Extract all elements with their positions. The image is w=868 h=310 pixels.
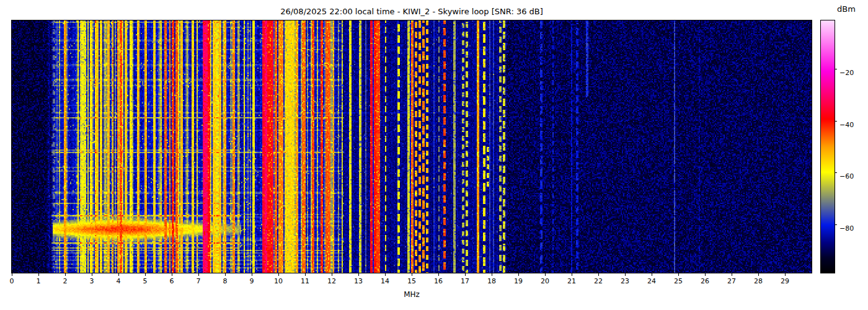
colorbar-tick-mark <box>835 172 837 173</box>
x-tick-label: 15 <box>403 277 420 285</box>
x-tick-mark <box>198 273 199 276</box>
x-tick-label: 21 <box>563 277 580 285</box>
colorbar-tick-mark <box>835 69 837 69</box>
x-tick-label: 26 <box>696 277 714 285</box>
colorbar-tick-label: −20 <box>839 69 854 77</box>
colorbar-tick-mark <box>835 224 837 225</box>
x-tick-mark <box>678 273 679 276</box>
x-tick-label: 29 <box>776 277 794 285</box>
colorbar-tick-mark <box>835 121 837 122</box>
x-tick-mark <box>732 273 732 276</box>
x-tick-label: 5 <box>136 277 154 285</box>
x-tick-label: 6 <box>163 277 180 285</box>
x-tick-label: 1 <box>30 277 47 285</box>
plot-title: 26/08/2025 22:00 local time - KIWI_2 - S… <box>12 7 812 16</box>
x-tick-mark <box>65 273 66 276</box>
x-tick-label: 7 <box>190 277 207 285</box>
x-tick-label: 22 <box>590 277 607 285</box>
colorbar-axis: −20−40−60−80 <box>835 20 866 273</box>
x-tick-label: 12 <box>323 277 340 285</box>
x-tick-mark <box>625 273 626 276</box>
x-tick-label: 28 <box>750 277 767 285</box>
x-tick-mark <box>572 273 572 276</box>
x-tick-mark <box>332 273 332 276</box>
x-tick-label: 9 <box>243 277 260 285</box>
x-tick-mark <box>145 273 146 276</box>
colorbar-canvas <box>821 20 835 273</box>
x-tick-label: 17 <box>456 277 474 285</box>
x-tick-label: 19 <box>510 277 527 285</box>
x-tick-mark <box>38 273 39 276</box>
x-tick-mark <box>518 273 519 276</box>
x-tick-label: 18 <box>483 277 500 285</box>
x-tick-mark <box>465 273 466 276</box>
x-tick-mark <box>92 273 92 276</box>
x-tick-label: 4 <box>110 277 127 285</box>
x-tick-label: 16 <box>430 277 447 285</box>
x-tick-mark <box>252 273 252 276</box>
x-tick-mark <box>652 273 652 276</box>
x-tick-mark <box>385 273 386 276</box>
x-tick-mark <box>785 273 786 276</box>
x-tick-label: 27 <box>723 277 740 285</box>
x-tick-label: 23 <box>616 277 634 285</box>
x-tick-label: 3 <box>83 277 100 285</box>
x-tick-label: 25 <box>670 277 687 285</box>
x-tick-mark <box>758 273 759 276</box>
x-tick-mark <box>412 273 412 276</box>
x-axis-label: MHz <box>12 290 812 299</box>
x-tick-mark <box>492 273 492 276</box>
colorbar-tick-label: −40 <box>839 121 854 129</box>
x-tick-label: 10 <box>270 277 287 285</box>
x-tick-label: 13 <box>350 277 367 285</box>
colorbar-tick-label: −80 <box>839 224 854 232</box>
x-tick-label: 2 <box>56 277 74 285</box>
x-tick-mark <box>705 273 706 276</box>
x-tick-mark <box>172 273 172 276</box>
x-tick-mark <box>438 273 439 276</box>
x-tick-label: 24 <box>643 277 660 285</box>
x-tick-mark <box>305 273 306 276</box>
x-tick-mark <box>118 273 119 276</box>
x-tick-label: 14 <box>376 277 394 285</box>
colorbar-tick-label: −60 <box>839 172 854 180</box>
waterfall-canvas <box>12 20 812 273</box>
x-tick-mark <box>358 273 359 276</box>
x-tick-label: 0 <box>3 277 20 285</box>
x-tick-label: 20 <box>536 277 554 285</box>
x-tick-mark <box>598 273 599 276</box>
colorbar-frame <box>820 20 835 273</box>
figure-root: 26/08/2025 22:00 local time - KIWI_2 - S… <box>0 0 868 310</box>
x-tick-mark <box>225 273 226 276</box>
x-axis: 0123456789101112131415161718192021222324… <box>12 273 812 288</box>
x-tick-mark <box>545 273 546 276</box>
x-tick-label: 11 <box>296 277 314 285</box>
x-tick-mark <box>278 273 279 276</box>
waterfall-plot-frame <box>11 20 812 273</box>
x-tick-mark <box>12 273 12 276</box>
colorbar-label: dBm <box>831 4 862 14</box>
x-tick-label: 8 <box>216 277 234 285</box>
